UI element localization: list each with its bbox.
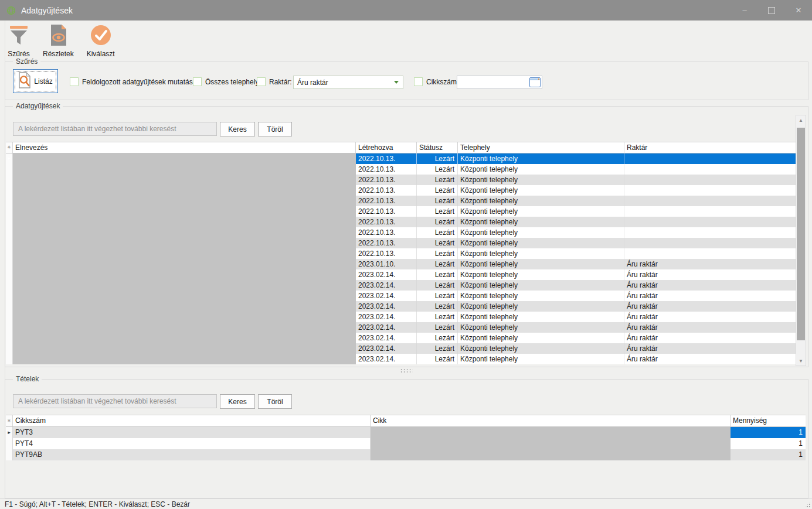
collections-row[interactable]: 2022.10.13.LezártKözponti telephely bbox=[6, 196, 796, 206]
row-selector-cell[interactable] bbox=[6, 333, 13, 343]
warehouse-cell[interactable]: Áru raktár bbox=[624, 322, 796, 333]
items-search-input[interactable] bbox=[13, 395, 216, 408]
row-selector-cell[interactable] bbox=[6, 238, 13, 248]
warehouse-cell[interactable]: Áru raktár bbox=[624, 291, 796, 301]
vertical-scrollbar[interactable]: ▲ ▼ bbox=[796, 115, 806, 366]
collections-search-button[interactable]: Keres bbox=[220, 122, 255, 136]
created-cell[interactable]: 2022.10.13. bbox=[356, 248, 417, 259]
collections-row[interactable]: 2023.02.14.LezártKözponti telephelyÁru r… bbox=[6, 269, 796, 280]
status-cell[interactable]: Lezárt bbox=[417, 196, 458, 206]
created-cell[interactable]: 2023.02.14. bbox=[356, 312, 417, 322]
item_number-cell[interactable]: PYT9AB bbox=[13, 449, 371, 460]
warehouse-cell[interactable] bbox=[624, 164, 796, 175]
site-cell[interactable]: Központi telephely bbox=[458, 206, 624, 217]
collections-row[interactable]: 2022.10.13.LezártKözponti telephely bbox=[6, 185, 796, 196]
created-cell[interactable]: 2023.02.14. bbox=[356, 301, 417, 312]
list-button[interactable]: Listáz bbox=[13, 69, 58, 93]
warehouse-cell[interactable] bbox=[624, 153, 796, 164]
item_number-cell[interactable]: PYT4 bbox=[13, 438, 371, 449]
item-number-checkbox[interactable] bbox=[414, 77, 423, 86]
redacted-cell[interactable] bbox=[13, 354, 356, 364]
created-cell[interactable]: 2023.02.14. bbox=[356, 343, 417, 354]
site-cell[interactable]: Központi telephely bbox=[458, 312, 624, 322]
row-selector-cell[interactable] bbox=[6, 354, 13, 364]
created-cell[interactable]: 2023.02.14. bbox=[356, 333, 417, 343]
scrollbar-thumb[interactable] bbox=[797, 128, 805, 340]
site-cell[interactable]: Központi telephely bbox=[458, 227, 624, 238]
row-selector-cell[interactable] bbox=[6, 217, 13, 227]
created-cell[interactable]: 2022.10.13. bbox=[356, 196, 417, 206]
items-search-button[interactable]: Keres bbox=[220, 394, 255, 409]
created-cell[interactable]: 2022.10.13. bbox=[356, 206, 417, 217]
column-header-item[interactable]: Cikk bbox=[371, 415, 731, 426]
created-cell[interactable]: 2023.01.10. bbox=[356, 259, 417, 269]
items-clear-button[interactable]: Töröl bbox=[258, 394, 292, 409]
created-cell[interactable]: 2023.02.14. bbox=[356, 269, 417, 280]
redacted-cell[interactable] bbox=[13, 269, 356, 280]
selector-column-header[interactable]: ✳ bbox=[6, 415, 13, 426]
collections-row[interactable]: 2022.10.13.LezártKözponti telephely bbox=[6, 175, 796, 185]
row-selector-cell[interactable] bbox=[6, 449, 13, 460]
redacted-cell[interactable] bbox=[13, 322, 356, 333]
status-cell[interactable]: Lezárt bbox=[417, 238, 458, 248]
created-cell[interactable]: 2023.02.14. bbox=[356, 280, 417, 291]
filter-toolbar-button[interactable]: Szűrés bbox=[5, 23, 32, 59]
site-cell[interactable]: Központi telephely bbox=[458, 185, 624, 196]
status-cell[interactable]: Lezárt bbox=[417, 227, 458, 238]
row-selector-cell[interactable] bbox=[6, 438, 13, 449]
collections-row[interactable]: 2022.10.13.LezártKözponti telephely bbox=[6, 164, 796, 175]
splitter-handle[interactable] bbox=[5, 367, 807, 374]
redacted-cell[interactable] bbox=[13, 206, 356, 217]
redacted-cell[interactable] bbox=[13, 291, 356, 301]
status-cell[interactable]: Lezárt bbox=[417, 153, 458, 164]
column-header-status[interactable]: Státusz bbox=[417, 142, 458, 153]
site-cell[interactable]: Központi telephely bbox=[458, 333, 624, 343]
site-cell[interactable]: Központi telephely bbox=[458, 238, 624, 248]
status-cell[interactable]: Lezárt bbox=[417, 206, 458, 217]
quantity-cell[interactable]: 1 bbox=[731, 449, 806, 460]
collections-row[interactable]: ▸2022.10.13.LezártKözponti telephely bbox=[6, 153, 796, 164]
warehouse-cell[interactable]: Áru raktár bbox=[624, 301, 796, 312]
status-cell[interactable]: Lezárt bbox=[417, 269, 458, 280]
redacted-cell[interactable] bbox=[371, 438, 731, 449]
site-cell[interactable]: Központi telephely bbox=[458, 153, 624, 164]
site-cell[interactable]: Központi telephely bbox=[458, 322, 624, 333]
status-cell[interactable]: Lezárt bbox=[417, 175, 458, 185]
redacted-cell[interactable] bbox=[13, 196, 356, 206]
collections-row[interactable]: 2022.10.13.LezártKözponti telephely bbox=[6, 227, 796, 238]
status-cell[interactable]: Lezárt bbox=[417, 291, 458, 301]
warehouse-cell[interactable] bbox=[624, 206, 796, 217]
row-selector-cell[interactable] bbox=[6, 206, 13, 217]
minimize-button[interactable]: – bbox=[731, 0, 758, 21]
items-row[interactable]: ▸PYT31 bbox=[6, 427, 806, 438]
row-selector-cell[interactable] bbox=[6, 312, 13, 322]
redacted-cell[interactable] bbox=[13, 153, 356, 164]
item_number-cell[interactable]: PYT3 bbox=[13, 427, 371, 438]
column-header-item-number[interactable]: Cikkszám bbox=[13, 415, 371, 426]
row-selector-cell[interactable] bbox=[6, 248, 13, 259]
close-button[interactable]: ✕ bbox=[785, 0, 812, 21]
site-cell[interactable]: Központi telephely bbox=[458, 301, 624, 312]
site-cell[interactable]: Központi telephely bbox=[458, 259, 624, 269]
status-cell[interactable]: Lezárt bbox=[417, 185, 458, 196]
collections-row[interactable]: 2023.02.14.LezártKözponti telephelyÁru r… bbox=[6, 312, 796, 322]
site-cell[interactable]: Központi telephely bbox=[458, 217, 624, 227]
redacted-cell[interactable] bbox=[13, 164, 356, 175]
row-selector-cell[interactable] bbox=[6, 259, 13, 269]
details-toolbar-button[interactable]: Részletek bbox=[40, 23, 76, 59]
row-selector-cell[interactable] bbox=[6, 269, 13, 280]
status-cell[interactable]: Lezárt bbox=[417, 343, 458, 354]
quantity-cell[interactable]: 1 bbox=[731, 438, 806, 449]
collections-row[interactable]: 2023.02.14.LezártKözponti telephelyÁru r… bbox=[6, 333, 796, 343]
row-selector-cell[interactable] bbox=[6, 301, 13, 312]
site-cell[interactable]: Központi telephely bbox=[458, 291, 624, 301]
collections-row[interactable]: 2022.10.13.LezártKözponti telephely bbox=[6, 217, 796, 227]
redacted-cell[interactable] bbox=[13, 248, 356, 259]
redacted-cell[interactable] bbox=[371, 427, 731, 438]
redacted-cell[interactable] bbox=[13, 185, 356, 196]
warehouse-cell[interactable] bbox=[624, 185, 796, 196]
collections-row[interactable]: 2023.02.14.LezártKözponti telephelyÁru r… bbox=[6, 322, 796, 333]
row-selector-cell[interactable] bbox=[6, 196, 13, 206]
site-cell[interactable]: Központi telephely bbox=[458, 248, 624, 259]
redacted-cell[interactable] bbox=[13, 238, 356, 248]
